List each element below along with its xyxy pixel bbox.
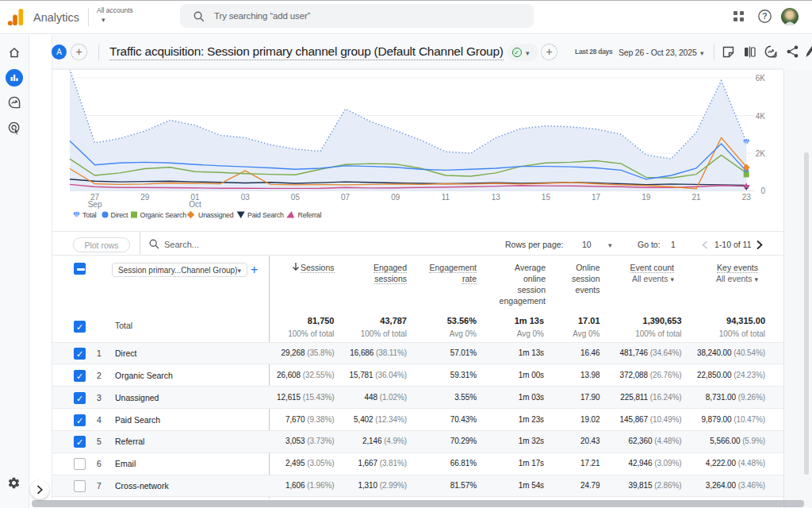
svg-text:07: 07 [341,193,350,202]
svg-text:4K: 4K [756,112,766,121]
svg-text:11: 11 [442,193,450,202]
svg-text:?: ? [762,11,767,21]
svg-text:09: 09 [391,193,400,202]
svg-text:Oct: Oct [189,200,201,209]
svg-text:Unassigned: Unassigned [198,211,234,219]
svg-text:0: 0 [760,187,765,195]
svg-text:2K: 2K [756,149,766,158]
svg-text:05: 05 [291,193,301,202]
svg-text:Organic Search: Organic Search [140,211,187,219]
svg-text:17: 17 [592,193,601,202]
svg-text:19: 19 [642,193,651,202]
svg-text:Sep: Sep [88,200,102,209]
svg-text:21: 21 [691,193,701,202]
svg-text:29: 29 [140,193,150,202]
svg-text:Paid Search: Paid Search [247,211,284,219]
svg-text:Direct: Direct [111,211,129,219]
svg-text:23: 23 [742,193,752,202]
svg-text:03: 03 [241,193,251,202]
svg-text:Referral: Referral [298,211,322,219]
svg-text:Total: Total [82,211,97,219]
svg-text:6K: 6K [756,74,766,83]
svg-text:13: 13 [492,193,501,202]
svg-text:15: 15 [542,193,551,202]
